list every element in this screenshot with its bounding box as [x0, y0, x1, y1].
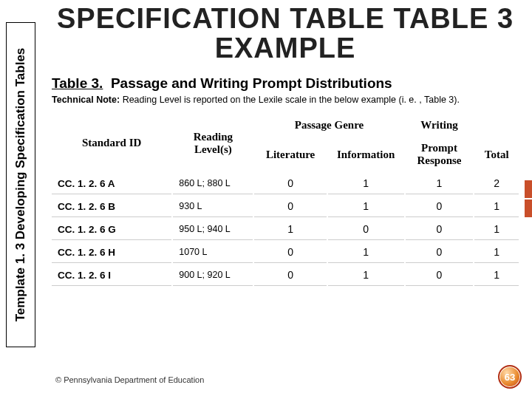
main-content: SPECIFICATION TABLE TABLE 3 EXAMPLE Tabl…	[46, 0, 525, 287]
table-caption: Table 3. Passage and Writing Prompt Dist…	[46, 72, 525, 93]
specification-table: Standard ID Reading Level(s) Passage Gen…	[50, 113, 520, 287]
cell-reading-level: 950 L; 940 L	[173, 219, 253, 240]
table-description: Passage and Writing Prompt Distributions	[111, 75, 392, 91]
cell-standard-id: CC. 1. 2. 6 I	[52, 265, 171, 286]
table-row: CC. 1. 2. 6 A 860 L; 880 L 0 1 1 2	[52, 173, 519, 194]
cell-information: 1	[328, 196, 404, 217]
copyright-footer: © Pennsylvania Department of Education	[55, 375, 204, 384]
table-row: CC. 1. 2. 6 G 950 L; 940 L 1 0 0 1	[52, 219, 519, 240]
cell-literature: 0	[254, 173, 326, 194]
cell-reading-level: 930 L	[173, 196, 253, 217]
cell-total: 2	[474, 173, 519, 194]
cell-information: 1	[328, 242, 404, 263]
cell-reading-level: 900 L; 920 L	[173, 265, 253, 286]
col-group-blank	[474, 115, 519, 136]
cell-standard-id: CC. 1. 2. 6 B	[52, 196, 171, 217]
cell-reading-level: 860 L; 880 L	[173, 173, 253, 194]
technical-note-body: Reading Level is reported on the Lexile …	[120, 95, 460, 105]
col-standard-id: Standard ID	[52, 115, 171, 171]
col-literature: Literature	[254, 137, 326, 171]
technical-note-lead: Technical Note:	[52, 95, 120, 105]
cell-information: 0	[328, 219, 404, 240]
col-group-passage-genre: Passage Genre	[254, 115, 403, 136]
cell-information: 1	[328, 173, 404, 194]
cell-prompt: 0	[406, 265, 474, 286]
cell-total: 1	[474, 219, 519, 240]
cell-standard-id: CC. 1. 2. 6 H	[52, 242, 171, 263]
col-total: Total	[474, 137, 519, 171]
col-group-writing: Writing	[406, 115, 474, 136]
slide-title: SPECIFICATION TABLE TABLE 3 EXAMPLE	[46, 0, 525, 72]
table-number: Table 3.	[52, 75, 103, 91]
cell-information: 1	[328, 265, 404, 286]
sidebar-label-container: Template 1. 3 Developing Specification T…	[6, 22, 35, 347]
cell-total: 1	[474, 196, 519, 217]
cell-literature: 0	[254, 196, 326, 217]
sidebar-label: Template 1. 3 Developing Specification T…	[6, 22, 35, 347]
col-prompt-response: Prompt Response	[406, 137, 474, 171]
cell-prompt: 0	[406, 196, 474, 217]
cell-reading-level: 1070 L	[173, 242, 253, 263]
cell-literature: 0	[254, 265, 326, 286]
cell-prompt: 0	[406, 219, 474, 240]
cell-literature: 1	[254, 219, 326, 240]
table-row: CC. 1. 2. 6 H 1070 L 0 1 0 1	[52, 242, 519, 263]
table-row: CC. 1. 2. 6 B 930 L 0 1 0 1	[52, 196, 519, 217]
cell-prompt: 0	[406, 242, 474, 263]
decorative-edge-bars	[525, 180, 532, 219]
cell-standard-id: CC. 1. 2. 6 G	[52, 219, 171, 240]
col-reading-levels: Reading Level(s)	[173, 115, 253, 171]
cell-standard-id: CC. 1. 2. 6 A	[52, 173, 171, 194]
cell-literature: 0	[254, 242, 326, 263]
page-number-badge: 63	[498, 365, 522, 389]
cell-total: 1	[474, 265, 519, 286]
table-body: CC. 1. 2. 6 A 860 L; 880 L 0 1 1 2 CC. 1…	[52, 173, 519, 286]
col-information: Information	[328, 137, 404, 171]
cell-total: 1	[474, 242, 519, 263]
cell-prompt: 1	[406, 173, 474, 194]
table-row: CC. 1. 2. 6 I 900 L; 920 L 0 1 0 1	[52, 265, 519, 286]
technical-note: Technical Note: Reading Level is reporte…	[46, 93, 525, 114]
